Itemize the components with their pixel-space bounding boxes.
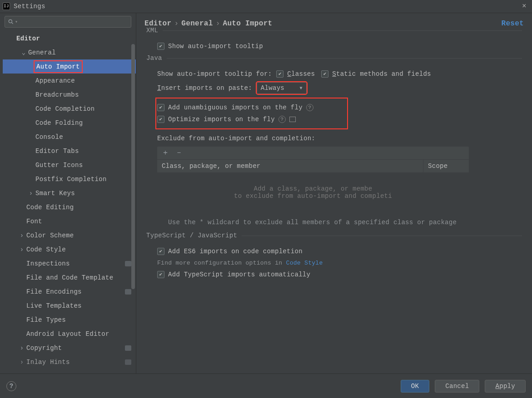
help-button[interactable]: ? — [6, 381, 16, 391]
apply-button[interactable]: Apply — [485, 380, 526, 393]
exclude-label: Exclude from auto-import and completion: — [157, 135, 315, 142]
exclude-add-icon[interactable]: ＋ — [162, 149, 169, 157]
tree-item-file-templates[interactable]: File and Code Template — [3, 270, 136, 285]
java-classes-checkbox[interactable] — [276, 70, 283, 78]
reset-link[interactable]: Reset — [501, 20, 524, 28]
chevron-right-icon: › — [19, 232, 25, 239]
tree-item-breadcrumbs[interactable]: Breadcrumbs — [3, 88, 136, 102]
tree-item-editor[interactable]: Editor — [3, 31, 136, 45]
add-unambiguous-label: Add unambiguous imports on the fly — [168, 104, 303, 111]
exclude-col-scope: Scope — [423, 160, 469, 172]
chevron-right-icon: › — [19, 344, 25, 352]
tree-item-postfix[interactable]: Postfix Completion — [3, 172, 136, 186]
add-unambiguous-checkbox[interactable] — [157, 104, 164, 111]
exclude-remove-icon[interactable]: － — [175, 149, 183, 157]
exclude-wildcard-hint: Use the * wildcard to exclude all member… — [168, 217, 459, 227]
close-icon[interactable]: × — [519, 2, 529, 10]
sidebar-scrollbar[interactable] — [131, 44, 135, 289]
section-xml-title: XML — [146, 27, 163, 34]
tree-item-color-scheme[interactable]: ›Color Scheme — [3, 228, 136, 242]
tree-item-appearance[interactable]: Appearance — [3, 74, 136, 88]
ok-button[interactable]: OK — [401, 380, 429, 393]
optimize-imports-checkbox[interactable] — [157, 116, 164, 123]
exclude-empty-body[interactable]: Add a class, package, or membe to exclud… — [157, 173, 469, 212]
project-badge-icon — [125, 359, 131, 365]
svg-line-1 — [12, 23, 13, 24]
chevron-down-icon: ▼ — [300, 86, 303, 91]
ts-es6-checkbox[interactable] — [157, 248, 164, 255]
search-input[interactable]: ▾ — [5, 16, 131, 28]
tree-item-font[interactable]: Font — [3, 214, 136, 228]
chevron-down-icon: ⌄ — [21, 49, 26, 56]
xml-show-tooltip-checkbox[interactable] — [157, 43, 164, 50]
ts-es6-label: Add ES6 imports on code completion — [168, 248, 303, 255]
project-badge-icon — [125, 345, 131, 351]
ts-find-more-note: Find more configuration options in Code … — [157, 260, 522, 266]
tree-item-inspections[interactable]: Inspections — [3, 256, 136, 270]
insert-on-paste-label: Insert imports on paste: — [157, 84, 252, 92]
java-tooltip-for-label: Show auto-import tooltip for: — [157, 70, 272, 78]
section-ts-title: TypeScript / JavaScript — [146, 232, 242, 239]
section-java-title: Java — [146, 54, 167, 62]
tree-item-inlay-hints[interactable]: ›Inlay Hints — [3, 355, 136, 369]
tree-item-code-folding[interactable]: Code Folding — [3, 116, 136, 130]
search-icon — [8, 19, 14, 25]
project-badge-icon — [125, 289, 131, 295]
chevron-right-icon: › — [19, 359, 25, 366]
tree-item-general[interactable]: ⌄General — [3, 45, 136, 59]
optimize-imports-label: Optimize imports on the fly — [168, 116, 275, 123]
tree-item-android-layout[interactable]: Android Layout Editor — [3, 327, 136, 341]
exclude-col-class: Class, package, or member — [157, 160, 423, 172]
exclude-table: ＋ － Class, package, or member Scope Add … — [157, 147, 469, 212]
tree-item-auto-import[interactable]: Auto Import — [3, 59, 136, 74]
tree-item-smart-keys[interactable]: ›Smart Keys — [3, 186, 136, 200]
tree-item-code-style[interactable]: ›Code Style — [3, 242, 136, 256]
xml-show-tooltip-label: Show auto-import tooltip — [168, 43, 263, 50]
svg-point-0 — [9, 20, 12, 23]
breadcrumb: Editor›General›Auto Import — [144, 20, 524, 28]
java-static-label: Static methods and fields — [332, 70, 431, 78]
tree-item-editor-tabs[interactable]: Editor Tabs — [3, 144, 136, 158]
project-badge-icon — [125, 261, 131, 266]
tree-item-live-templates[interactable]: Live Templates — [3, 299, 136, 313]
tree-item-code-completion[interactable]: Code Completion — [3, 102, 136, 116]
title-bar: IJ Settings × — [0, 0, 532, 13]
cancel-button[interactable]: Cancel — [435, 380, 479, 393]
app-icon: IJ — [3, 3, 10, 10]
code-style-link[interactable]: Code Style — [286, 260, 323, 266]
tree-item-code-editing[interactable]: Code Editing — [3, 200, 136, 214]
insert-on-paste-dropdown[interactable]: Always▼ — [257, 82, 307, 94]
project-scope-icon — [289, 117, 296, 122]
java-classes-label: Classes — [287, 70, 315, 78]
chevron-right-icon: › — [19, 246, 25, 253]
chevron-right-icon: › — [28, 190, 34, 197]
settings-sidebar: ▾ Editor ⌄General Auto Import Appearance… — [0, 13, 136, 373]
help-icon[interactable]: ? — [278, 116, 286, 123]
help-icon[interactable]: ? — [306, 104, 313, 111]
tree-item-file-encodings[interactable]: File Encodings — [3, 285, 136, 299]
tree-item-console[interactable]: Console — [3, 130, 136, 144]
tree-item-file-types[interactable]: File Types — [3, 313, 136, 327]
window-title: Settings — [14, 3, 45, 10]
ts-auto-label: Add TypeScript imports automatically — [168, 271, 310, 278]
java-static-checkbox[interactable] — [321, 70, 328, 78]
settings-content: Editor›General›Auto Import Reset XML Sho… — [136, 13, 532, 373]
ts-auto-checkbox[interactable] — [157, 271, 164, 278]
dialog-footer: ? OK Cancel Apply — [0, 373, 532, 398]
tree-item-copyright[interactable]: ›Copyright — [3, 341, 136, 355]
tree-item-gutter-icons[interactable]: Gutter Icons — [3, 158, 136, 172]
dropdown-caret-icon: ▾ — [15, 19, 18, 25]
